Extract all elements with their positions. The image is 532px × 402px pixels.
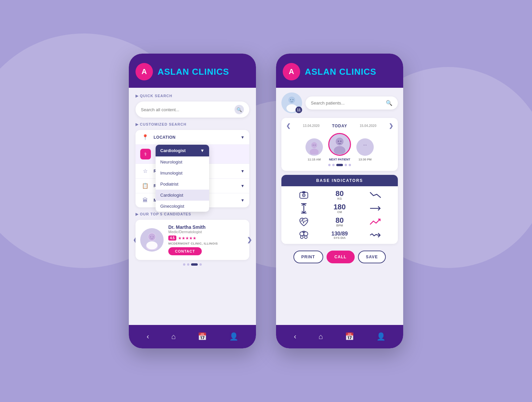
dropdown-ginecologist[interactable]: Ginecologist <box>156 201 209 212</box>
reviews-icon: 📋 <box>140 183 150 189</box>
filter-list: 📍 LOCATION ▼ ⚕ SPECIALITY Cardiologist ▼ <box>136 130 249 207</box>
ratings-icon: ☆ <box>140 168 150 174</box>
svg-point-15 <box>315 145 316 146</box>
nav-profile-2[interactable]: 👤 <box>376 332 385 341</box>
cal-dot-3 <box>336 164 343 166</box>
contact-button[interactable]: CONTACT <box>168 247 202 255</box>
rating-stars: ★★★★★ <box>178 236 196 241</box>
nav-back-1[interactable]: ‹ <box>147 332 149 341</box>
dropdown-chevron: ▼ <box>200 148 204 153</box>
call-button[interactable]: CALL <box>327 251 355 263</box>
dropdown-neurologist[interactable]: Neurologist <box>156 156 209 168</box>
nav-home-2[interactable]: ⌂ <box>319 332 323 341</box>
bpm-number: 80 <box>336 217 344 224</box>
svg-point-9 <box>288 96 295 103</box>
patient-1-illustration <box>307 140 322 154</box>
clinic-name: MCDERMONT CLINIC, ILLINOIS <box>168 242 245 245</box>
weight-number: 80 <box>336 190 344 197</box>
patients-row: 11:15 AM <box>286 133 393 161</box>
cal-dot-5 <box>349 164 351 166</box>
candidate-card: Dr. Martha Smith Medic/Dermatologist 4.5… <box>136 220 249 260</box>
top5-section: ▶ OUR TOP 5 CANDIDATES ❮ <box>136 212 249 266</box>
svg-point-27 <box>303 195 304 196</box>
nav-home-1[interactable]: ⌂ <box>171 332 176 341</box>
svg-point-13 <box>310 148 319 154</box>
height-trend-cell <box>357 203 393 214</box>
bp-trend-icon <box>369 231 382 239</box>
patient-time-1: 11:15 AM <box>307 158 321 161</box>
logo-circle-1: A <box>136 63 153 80</box>
reviews-chevron: ▼ <box>241 184 245 188</box>
svg-point-14 <box>313 145 314 146</box>
height-unit: Cm <box>337 211 342 214</box>
height-icon <box>298 203 309 214</box>
app-title-1: ASLAN CLINICS <box>158 67 229 77</box>
patient-slot-3: 13:30 PM <box>356 138 374 161</box>
filter-speciality[interactable]: ⚕ SPECIALITY Cardiologist ▼ Neurologist … <box>136 145 249 164</box>
top5-label: ▶ OUR TOP 5 CANDIDATES <box>136 212 249 216</box>
svg-point-32 <box>300 232 304 236</box>
logo-letter-2: A <box>289 67 294 76</box>
bpm-value: 80 BPM <box>336 217 344 227</box>
phone1-header: A ASLAN CLINICS <box>129 54 256 88</box>
svg-point-3 <box>149 233 156 241</box>
nav-back-2[interactable]: ‹ <box>294 332 296 341</box>
indicators-header: BASE INDICATORS <box>281 175 398 186</box>
action-buttons: PRINT CALL SAVE <box>281 248 398 266</box>
dropdown-podiatrist[interactable]: Podiatrist <box>156 179 209 190</box>
save-button[interactable]: SAVE <box>358 251 386 263</box>
dropdown-cardiologist[interactable]: Cardiologist <box>156 190 209 201</box>
dropdown-header: Cardiologist ▼ <box>156 145 209 156</box>
nav-profile-1[interactable]: 👤 <box>229 332 238 341</box>
logo-circle-2: A <box>283 63 300 80</box>
phone1-footer: ‹ ⌂ 📅 👤 <box>129 325 256 348</box>
location-chevron: ▼ <box>241 135 245 140</box>
weight-icon <box>298 190 309 200</box>
candidate-carousel: ❮ <box>136 220 249 260</box>
cal-date-right: 15.04.2020 <box>360 124 376 128</box>
dropdown-selected: Cardiologist <box>160 148 186 153</box>
patient-avatar-next <box>328 133 351 156</box>
heartbeat-icon <box>298 216 309 227</box>
height-value: 180 Cm <box>334 203 346 214</box>
cal-dot-1 <box>328 164 331 166</box>
dropdown-imunologist[interactable]: Imunologist <box>156 168 209 179</box>
print-button[interactable]: PRINT <box>293 251 323 263</box>
svg-point-16 <box>336 138 343 145</box>
cal-next[interactable]: ❯ <box>389 123 393 129</box>
location-label: LOCATION <box>154 135 239 140</box>
nav-calendar-1[interactable]: 📅 <box>198 332 207 341</box>
filter-location[interactable]: 📍 LOCATION ▼ <box>136 130 249 145</box>
weight-unit: Kg <box>337 197 342 200</box>
patient-avatar-3 <box>356 138 374 156</box>
bpm-trend-cell <box>357 216 393 227</box>
nav-calendar-2[interactable]: 📅 <box>345 332 354 341</box>
speciality-icon: ⚕ <box>140 149 151 159</box>
phone2-footer: ‹ ⌂ 📅 👤 <box>276 325 403 348</box>
location-icon: 📍 <box>140 134 150 140</box>
cal-prev[interactable]: ❮ <box>286 123 290 129</box>
patient-slot-next: NEXT PATIENT <box>328 133 351 161</box>
customized-search-label: ▶ CUSTOMIZED SEARCH <box>136 122 249 127</box>
dot-4 <box>199 263 202 266</box>
carousel-next[interactable]: ❯ <box>247 236 252 244</box>
quick-search-input[interactable] <box>141 107 235 112</box>
quick-search-bar: 🔍 <box>136 102 249 118</box>
next-patient-label: NEXT PATIENT <box>329 158 350 161</box>
quick-search-button[interactable]: 🔍 <box>235 105 244 114</box>
patients-search-bar: 🔍 <box>305 96 398 110</box>
phone2-header: A ASLAN CLINICS <box>276 54 403 88</box>
height-value-cell: 180 Cm <box>322 203 358 214</box>
candidate-info: Dr. Martha Smith Medic/Dermatologist 4.5… <box>168 224 245 255</box>
svg-point-23 <box>365 145 366 146</box>
calendar-header: ❮ 13.04.2020 TODAY 15.04.2020 ❯ <box>286 123 393 129</box>
doctor-avatar-wrap: 11 <box>281 92 302 113</box>
height-trend-icon <box>369 204 382 212</box>
svg-point-11 <box>292 99 293 100</box>
patients-search-input[interactable] <box>311 100 386 106</box>
rating-row: 4.5 ★★★★★ <box>168 236 245 241</box>
height-icon-cell <box>286 203 322 214</box>
weight-value: 80 Kg <box>336 190 344 200</box>
weight-trend-icon <box>369 191 382 199</box>
phone2-content: 11 🔍 ❮ 13.04.2020 TODAY 15.04.2020 ❯ <box>276 88 403 325</box>
